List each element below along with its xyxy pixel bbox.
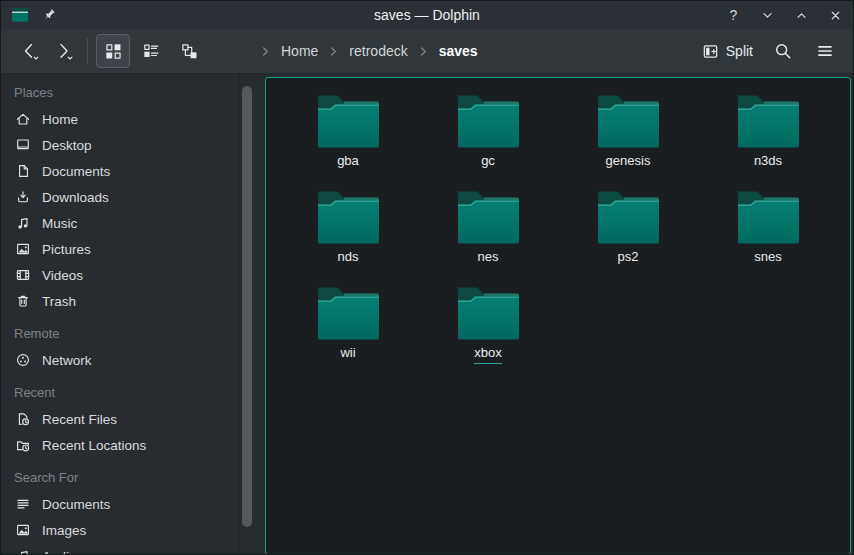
folder-item-genesis[interactable]: genesis xyxy=(558,92,698,188)
text-lines-icon xyxy=(15,496,31,512)
sidebar-item-pictures[interactable]: Pictures xyxy=(1,236,239,262)
sidebar-item-downloads[interactable]: Downloads xyxy=(1,184,239,210)
maximize-button[interactable] xyxy=(794,8,809,23)
folder-icon xyxy=(597,94,659,148)
hamburger-menu-icon[interactable] xyxy=(809,35,841,67)
content-area: Places Home Desktop Documents Downloads … xyxy=(1,74,853,555)
sidebar-item-label: Downloads xyxy=(42,190,109,205)
folder-name: nes xyxy=(478,250,499,265)
folder-icon xyxy=(737,94,799,148)
folder-item-wii[interactable]: wii xyxy=(278,284,418,380)
sidebar-item-recent-locations[interactable]: Recent Locations xyxy=(1,432,239,458)
folder-icon xyxy=(457,190,519,244)
music-icon xyxy=(15,548,31,555)
sidebar-item-videos[interactable]: Videos xyxy=(1,262,239,288)
toolbar: Homeretrodecksaves Split xyxy=(1,29,853,74)
back-button[interactable] xyxy=(13,34,47,68)
close-icon xyxy=(829,9,842,22)
breadcrumb-item-home[interactable]: Home xyxy=(281,43,318,59)
music-icon xyxy=(15,215,31,231)
folder-item-nds[interactable]: nds xyxy=(278,188,418,284)
download-icon xyxy=(15,189,31,205)
folder-name: n3ds xyxy=(754,154,782,169)
crumb-chevron-icon xyxy=(259,45,272,58)
tree-view-icon xyxy=(180,42,199,61)
crumb-chevron-icon xyxy=(327,45,340,58)
sidebar-item-home[interactable]: Home xyxy=(1,106,239,132)
trash-icon xyxy=(15,293,31,309)
recent-file-icon xyxy=(15,411,31,427)
window-controls: ? xyxy=(726,8,843,23)
folder-item-gba[interactable]: gba xyxy=(278,92,418,188)
folder-name: gc xyxy=(481,154,495,169)
tree-view-button[interactable] xyxy=(172,34,206,68)
sidebar-section-label: Places xyxy=(1,78,239,106)
details-view-button[interactable] xyxy=(134,34,168,68)
folder-icon xyxy=(737,190,799,244)
folder-item-nes[interactable]: nes xyxy=(418,188,558,284)
search-icon[interactable] xyxy=(767,35,799,67)
sidebar-item-label: Documents xyxy=(42,497,110,512)
folder-item-n3ds[interactable]: n3ds xyxy=(698,92,838,188)
chevron-up-icon xyxy=(795,9,808,22)
folder-name: gba xyxy=(337,154,359,169)
icons-view-button[interactable] xyxy=(96,34,130,68)
sidebar-item-trash[interactable]: Trash xyxy=(1,288,239,314)
sidebar-section-label: Search For xyxy=(1,458,239,491)
forward-button[interactable] xyxy=(47,34,81,68)
sidebar-item-label: Documents xyxy=(42,164,110,179)
folder-name: xbox xyxy=(474,346,501,364)
breadcrumb-item-retrodeck[interactable]: retrodeck xyxy=(349,43,407,59)
sidebar-item-recent-files[interactable]: Recent Files xyxy=(1,406,239,432)
sidebar-item-label: Recent Locations xyxy=(42,438,146,453)
sidebar-item-label: Network xyxy=(42,353,92,368)
folder-name: ps2 xyxy=(618,250,639,265)
folder-icon xyxy=(457,286,519,340)
image-icon xyxy=(15,241,31,257)
places-panel: Places Home Desktop Documents Downloads … xyxy=(1,74,239,555)
sidebar-item-documents[interactable]: Documents xyxy=(1,158,239,184)
sidebar-item-label: Recent Files xyxy=(42,412,117,427)
breadcrumb: Homeretrodecksaves xyxy=(259,29,478,73)
sidebar-scrollbar xyxy=(239,74,256,555)
sidebar-item-label: Home xyxy=(42,112,78,127)
desktop-icon xyxy=(15,137,31,153)
pin-icon[interactable] xyxy=(41,7,57,23)
sidebar-item-images[interactable]: Images xyxy=(1,517,239,543)
folder-grid: gba gc genesis n3ds xyxy=(266,78,850,380)
sidebar-scrollbar-thumb[interactable] xyxy=(242,86,252,527)
dolphin-window: saves — Dolphin ? Homeretrodecksaves Spl… xyxy=(0,0,854,555)
folder-item-xbox[interactable]: xbox xyxy=(418,284,558,380)
document-icon xyxy=(15,163,31,179)
sidebar-item-music[interactable]: Music xyxy=(1,210,239,236)
close-button[interactable] xyxy=(828,8,843,23)
sidebar-section-places: Places Home Desktop Documents Downloads … xyxy=(1,78,239,314)
split-button-label: Split xyxy=(726,43,753,59)
sidebar-item-label: Audio xyxy=(42,549,77,555)
sidebar-item-network[interactable]: Network xyxy=(1,347,239,373)
folder-name: snes xyxy=(754,250,781,265)
sidebar-item-documents[interactable]: Documents xyxy=(1,491,239,517)
folder-item-gc[interactable]: gc xyxy=(418,92,558,188)
video-icon xyxy=(15,267,31,283)
sidebar-item-label: Trash xyxy=(42,294,76,309)
sidebar-item-desktop[interactable]: Desktop xyxy=(1,132,239,158)
folder-name: nds xyxy=(338,250,359,265)
folder-icon xyxy=(317,94,379,148)
split-button[interactable]: Split xyxy=(698,35,757,67)
help-button[interactable]: ? xyxy=(726,8,741,23)
recent-folder-icon xyxy=(15,437,31,453)
minimize-button[interactable] xyxy=(760,8,775,23)
sidebar-section-label: Remote xyxy=(1,314,239,347)
sidebar-item-audio[interactable]: Audio xyxy=(1,543,239,555)
folder-item-ps2[interactable]: ps2 xyxy=(558,188,698,284)
folder-name: wii xyxy=(340,346,355,361)
toolbar-separator xyxy=(87,38,88,64)
sidebar-section-label: Recent xyxy=(1,373,239,406)
folder-item-snes[interactable]: snes xyxy=(698,188,838,284)
breadcrumb-item-saves[interactable]: saves xyxy=(439,43,478,59)
folder-view[interactable]: gba gc genesis n3ds xyxy=(265,77,851,555)
dolphin-app-icon[interactable] xyxy=(11,7,29,23)
image-icon xyxy=(15,522,31,538)
folder-icon xyxy=(317,190,379,244)
